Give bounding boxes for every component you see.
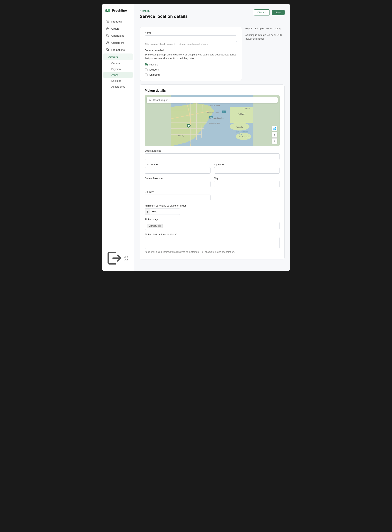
people-icon bbox=[106, 41, 109, 44]
remove-monday-tag[interactable]: ✕ bbox=[158, 225, 161, 227]
map-container: Oakland Alameda Bay Farm Island Golden G… bbox=[145, 95, 280, 146]
svg-text:Oakland: Oakland bbox=[238, 113, 245, 115]
logo-text: Freshline bbox=[112, 9, 127, 13]
sidebar: Freshline Products Orders bbox=[102, 4, 134, 271]
svg-point-7 bbox=[108, 36, 109, 37]
unit-number-field: Unit number bbox=[145, 163, 210, 174]
zip-code-input[interactable] bbox=[214, 167, 280, 174]
name-label: Name bbox=[145, 31, 237, 34]
svg-rect-1 bbox=[108, 9, 110, 12]
pickup-instructions-label: Pickup instructions (optional) bbox=[145, 233, 280, 236]
map-location-button[interactable]: ⊕ bbox=[272, 132, 277, 138]
page-title: Service location details bbox=[140, 14, 188, 19]
pickup-days-tags[interactable]: Monday ✕ bbox=[145, 222, 280, 230]
street-address-input[interactable] bbox=[145, 153, 280, 160]
map-search-input[interactable] bbox=[153, 99, 275, 102]
name-input[interactable] bbox=[145, 36, 237, 42]
country-label: Country bbox=[145, 190, 210, 193]
breadcrumb[interactable]: < Return bbox=[140, 9, 188, 12]
sidebar-subitem-shipping[interactable]: Shipping bbox=[103, 78, 133, 84]
radio-shipping[interactable]: Shipping bbox=[145, 73, 237, 76]
service-desc: By selecting pickup, ground delivery, or… bbox=[145, 53, 237, 60]
map-controls: 🌐 ⊕ + bbox=[272, 126, 277, 144]
map-globe-button[interactable]: 🌐 bbox=[272, 126, 277, 131]
unit-zip-row: Unit number Zip code bbox=[145, 163, 280, 174]
svg-text:101: 101 bbox=[210, 116, 213, 118]
pickup-day-tag-monday: Monday ✕ bbox=[147, 224, 163, 228]
min-purchase-field: Minimum purchase to place an order $ bbox=[145, 204, 280, 215]
sidebar-item-customers[interactable]: Customers bbox=[103, 39, 133, 46]
orders-label: Orders bbox=[111, 27, 119, 30]
search-icon bbox=[149, 99, 152, 101]
sidebar-item-orders[interactable]: Orders bbox=[103, 25, 133, 32]
svg-text:580: 580 bbox=[223, 111, 226, 113]
state-input[interactable] bbox=[145, 181, 210, 187]
pickup-card: Pickup details bbox=[140, 84, 285, 259]
min-purchase-input-wrapper: $ bbox=[145, 208, 180, 215]
city-input[interactable] bbox=[214, 181, 280, 187]
logout-icon bbox=[106, 250, 122, 266]
sidebar-subitem-general[interactable]: General bbox=[103, 60, 133, 66]
pickup-days-label: Pickup days bbox=[145, 218, 280, 221]
min-purchase-input[interactable] bbox=[150, 208, 180, 215]
save-button[interactable]: Save bbox=[272, 9, 285, 15]
pickup-instructions-optional: (optional) bbox=[167, 233, 177, 236]
zip-code-label: Zip code bbox=[214, 163, 280, 166]
unit-number-label: Unit number bbox=[145, 163, 210, 166]
service-provided-label: Service provided bbox=[145, 49, 237, 52]
service-card: Name This name will be displayed to cust… bbox=[140, 27, 242, 81]
discard-button[interactable]: Discard bbox=[254, 9, 270, 15]
products-label: Products bbox=[111, 20, 122, 23]
sidebar-item-products[interactable]: Products bbox=[103, 18, 133, 25]
svg-text:Mission District: Mission District bbox=[209, 122, 220, 124]
truck-icon bbox=[106, 34, 109, 37]
promotions-label: Promotions bbox=[111, 48, 125, 51]
logout-label: Log Out bbox=[124, 255, 130, 261]
name-hint: This name will be displayed to customers… bbox=[145, 43, 237, 46]
radio-shipping-circle bbox=[145, 73, 148, 76]
svg-point-10 bbox=[107, 49, 107, 49]
service-options: Pick up Delivery Shipping bbox=[145, 63, 237, 76]
min-purchase-label: Minimum purchase to place an order bbox=[145, 204, 280, 207]
svg-text:San Francisco: San Francisco bbox=[236, 131, 248, 133]
svg-text:Financial District: Financial District bbox=[207, 111, 219, 113]
sidebar-subitem-zones[interactable]: Zones bbox=[103, 72, 133, 78]
svg-text:Daly City: Daly City bbox=[177, 135, 184, 137]
sidebar-item-operations[interactable]: Operations bbox=[103, 32, 133, 39]
svg-text:Alameda: Alameda bbox=[236, 126, 243, 128]
sidebar-item-promotions[interactable]: Promotions bbox=[103, 46, 133, 53]
logo: Freshline bbox=[102, 8, 134, 18]
unit-number-input[interactable] bbox=[145, 167, 210, 174]
country-field: Country bbox=[145, 190, 212, 201]
sidebar-item-logout[interactable]: Log Out bbox=[103, 249, 133, 268]
main-content: < Return Service location details Discar… bbox=[134, 4, 290, 271]
city-label: City bbox=[214, 177, 280, 180]
operations-label: Operations bbox=[111, 34, 124, 37]
svg-text:Piedmont: Piedmont bbox=[244, 108, 251, 109]
pickup-card-title: Pickup details bbox=[145, 89, 280, 93]
svg-point-9 bbox=[108, 42, 109, 42]
sidebar-subitem-appearence[interactable]: Appearence bbox=[103, 84, 133, 90]
street-address-label: Street address bbox=[145, 149, 280, 152]
pickup-instructions-textarea[interactable] bbox=[145, 237, 280, 249]
svg-point-4 bbox=[108, 22, 109, 23]
country-input[interactable] bbox=[145, 194, 210, 201]
logo-icon bbox=[105, 8, 111, 13]
sidebar-item-account[interactable]: Account bbox=[103, 54, 133, 60]
page-header: < Return Service location details Discar… bbox=[140, 9, 285, 23]
svg-rect-5 bbox=[107, 28, 109, 30]
state-label: State / Province bbox=[145, 177, 210, 180]
radio-pickup[interactable]: Pick up bbox=[145, 63, 237, 66]
box-icon bbox=[106, 27, 109, 30]
sidebar-subitem-payment[interactable]: Payment bbox=[103, 66, 133, 72]
svg-point-8 bbox=[107, 42, 108, 43]
zip-code-field: Zip code bbox=[214, 163, 280, 174]
pickup-days-field: Pickup days Monday ✕ bbox=[145, 218, 280, 230]
customers-label: Customers bbox=[111, 41, 124, 44]
map-zoom-in-button[interactable]: + bbox=[272, 138, 277, 144]
svg-text:Bay: Bay bbox=[239, 133, 242, 135]
map-visual: Oakland Alameda Bay Farm Island Golden G… bbox=[145, 95, 280, 146]
radio-delivery[interactable]: Delivery bbox=[145, 68, 237, 71]
right-hint: explain pick up/delivery/shipping shippi… bbox=[245, 27, 285, 43]
svg-point-6 bbox=[107, 36, 107, 37]
